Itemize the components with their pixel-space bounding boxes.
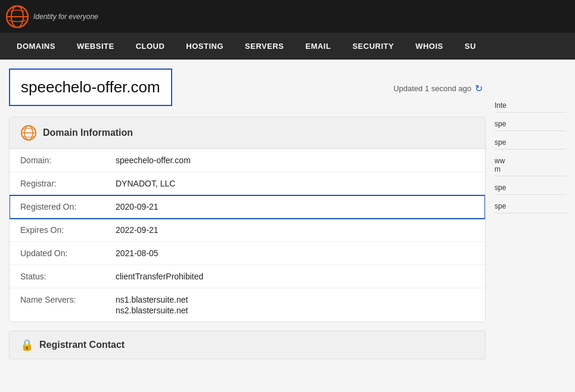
table-row-registered: Registered On: 2020-09-21 (10, 195, 485, 219)
top-bar: Identity for everyone (0, 0, 575, 33)
field-value: 2020-09-21 (105, 195, 485, 219)
name-servers: ns1.blastersuite.net ns2.blastersuite.ne… (116, 295, 474, 315)
field-value: DYNADOT, LLC (105, 172, 485, 195)
sidebar-item: spe (495, 183, 566, 195)
domain-info-table: Domain: speechelo-offer.com Registrar: D… (10, 149, 485, 322)
nav-item-security[interactable]: SECURITY (341, 33, 405, 60)
nav-item-hosting[interactable]: HOSTING (175, 33, 234, 60)
table-row: Domain: speechelo-offer.com (10, 149, 485, 172)
nav-item-cloud[interactable]: CLOUD (125, 33, 176, 60)
field-value: 2022-09-21 (105, 219, 485, 242)
field-value: ns1.blastersuite.net ns2.blastersuite.ne… (105, 288, 485, 322)
nav-menu: DOMAINS WEBSITE CLOUD HOSTING SERVERS EM… (0, 33, 575, 60)
nameserver-2: ns2.blastersuite.net (116, 306, 474, 315)
domain-info-card: Domain Information Domain: speechelo-off… (9, 117, 486, 322)
domain-title: speechelo-offer.com (21, 78, 160, 96)
brand-tagline: Identity for everyone (33, 13, 98, 21)
update-row: Updated 1 second ago ↻ (393, 83, 486, 94)
sidebar-item: spe (495, 202, 566, 213)
right-sidebar: Inte spe spe wwm spe spe (495, 69, 566, 359)
table-row: Name Servers: ns1.blastersuite.net ns2.b… (10, 288, 485, 322)
logo-icon (6, 5, 29, 28)
table-row: Updated On: 2021-08-05 (10, 242, 485, 265)
table-row: Expires On: 2022-09-21 (10, 219, 485, 242)
update-status-text: Updated 1 second ago (393, 84, 471, 93)
sidebar-item: spe (495, 120, 566, 131)
field-value: 2021-08-05 (105, 242, 485, 265)
nav-item-whois[interactable]: WHOIS (405, 33, 454, 60)
nav-item-domains[interactable]: DOMAINS (6, 33, 66, 60)
sidebar-item: wwm (495, 157, 566, 176)
nav-item-su[interactable]: SU (454, 33, 487, 60)
nav-item-servers[interactable]: SERVERS (234, 33, 294, 60)
table-row: Registrar: DYNADOT, LLC (10, 172, 485, 195)
field-label: Status: (10, 265, 105, 288)
logo-area: Identity for everyone (6, 5, 98, 28)
field-label: Name Servers: (10, 288, 105, 322)
center-panel: speechelo-offer.com Updated 1 second ago… (9, 69, 486, 359)
nameserver-1: ns1.blastersuite.net (116, 295, 474, 304)
field-label: Domain: (10, 149, 105, 172)
field-value: speechelo-offer.com (105, 149, 485, 172)
registrant-contact-card: 🔒 Registrant Contact (9, 331, 486, 359)
refresh-icon[interactable]: ↻ (475, 83, 483, 94)
header-row: speechelo-offer.com Updated 1 second ago… (9, 69, 486, 114)
main-content: speechelo-offer.com Updated 1 second ago… (0, 60, 575, 368)
nav-item-website[interactable]: WEBSITE (66, 33, 125, 60)
sidebar-item: Inte (495, 101, 566, 113)
field-label: Expires On: (10, 219, 105, 242)
field-label: Registrar: (10, 172, 105, 195)
field-label: Registered On: (10, 195, 105, 219)
table-row: Status: clientTransferProhibited (10, 265, 485, 288)
registrant-title: Registrant Contact (39, 340, 125, 350)
nav-item-email[interactable]: EMAIL (294, 33, 341, 60)
field-label: Updated On: (10, 242, 105, 265)
www-icon (20, 125, 37, 141)
card-header-domain: Domain Information (10, 117, 485, 149)
sidebar-item: spe (495, 138, 566, 150)
field-value: clientTransferProhibited (105, 265, 485, 288)
domain-title-box: speechelo-offer.com (9, 69, 172, 106)
lock-icon: 🔒 (20, 338, 33, 351)
domain-info-title: Domain Information (43, 127, 133, 138)
